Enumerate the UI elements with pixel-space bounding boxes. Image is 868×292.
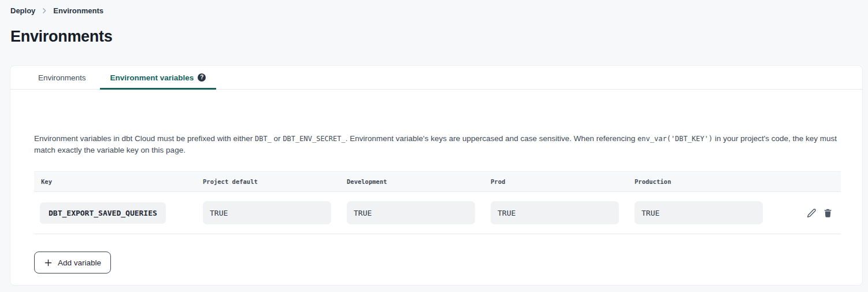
variable-key-cell: DBT_EXPORT_SAVED_QUERIES xyxy=(34,202,203,224)
plus-icon xyxy=(44,258,53,267)
description-text: Environment variables in dbt Cloud must … xyxy=(34,134,255,143)
code-env-var-call: env_var('DBT_KEY') xyxy=(637,135,713,143)
question-circle-icon[interactable]: ? xyxy=(198,73,206,82)
page-header: Deploy Environments Environments xyxy=(0,0,868,46)
variable-key-pill: DBT_EXPORT_SAVED_QUERIES xyxy=(40,202,166,224)
chevron-right-icon xyxy=(40,7,48,14)
project-default-cell: TRUE xyxy=(203,201,347,224)
development-value-field[interactable]: TRUE xyxy=(347,201,475,224)
description-text: . Environment variable's keys are upperc… xyxy=(346,134,637,143)
breadcrumb-item-environments: Environments xyxy=(53,6,103,15)
env-vars-description: Environment variables in dbt Cloud must … xyxy=(34,133,839,156)
env-vars-table: Key Project default Development Prod Pro… xyxy=(34,171,841,234)
project-default-value-field[interactable]: TRUE xyxy=(203,201,331,224)
column-header-development: Development xyxy=(347,178,491,185)
breadcrumb-item-deploy[interactable]: Deploy xyxy=(10,6,35,15)
tab-bar: Environments Environment variables ? xyxy=(10,66,862,90)
page-title: Environments xyxy=(10,28,858,46)
tab-environment-variables[interactable]: Environment variables ? xyxy=(100,66,217,89)
table-row: DBT_EXPORT_SAVED_QUERIES TRUE TRUE TRUE … xyxy=(34,192,841,234)
column-header-prod: Prod xyxy=(491,178,635,185)
add-variable-button[interactable]: Add variable xyxy=(34,252,111,273)
prod-cell: TRUE xyxy=(491,201,635,224)
table-header-row: Key Project default Development Prod Pro… xyxy=(34,171,841,192)
production-value-field[interactable]: TRUE xyxy=(635,201,763,224)
production-cell: TRUE xyxy=(635,201,778,224)
prod-value-field[interactable]: TRUE xyxy=(491,201,619,224)
pencil-icon[interactable] xyxy=(807,208,817,218)
code-dbt-prefix: DBT_ xyxy=(255,135,272,143)
column-header-production: Production xyxy=(635,178,778,185)
tab-environments-label: Environments xyxy=(38,73,86,82)
environments-card: Environments Environment variables ? Env… xyxy=(10,65,863,286)
development-cell: TRUE xyxy=(347,201,491,224)
column-header-project-default: Project default xyxy=(203,178,347,185)
row-actions xyxy=(778,208,841,218)
column-header-key: Key xyxy=(34,178,203,185)
description-text: or xyxy=(272,134,283,143)
tab-environment-variables-label: Environment variables xyxy=(110,73,194,82)
breadcrumb: Deploy Environments xyxy=(10,6,858,15)
tab-environments[interactable]: Environments xyxy=(28,66,97,89)
code-dbt-env-secret-prefix: DBT_ENV_SECRET_ xyxy=(283,135,345,143)
trash-icon[interactable] xyxy=(823,208,833,218)
add-variable-label: Add variable xyxy=(58,258,101,267)
